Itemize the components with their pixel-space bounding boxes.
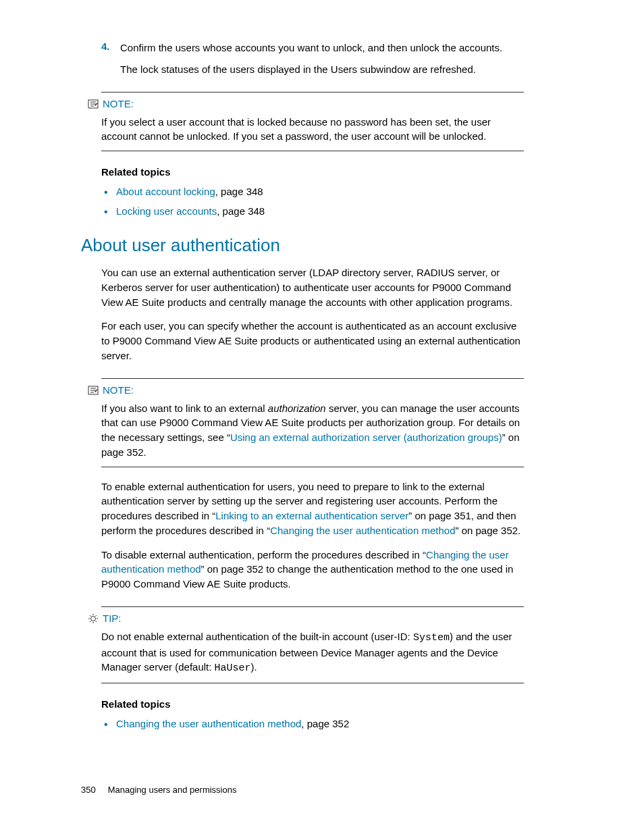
divider — [101, 683, 524, 683]
link-about-account-locking[interactable]: About account locking — [116, 186, 215, 197]
svg-line-16 — [96, 615, 97, 617]
section-heading-about-user-authentication: About user authentication — [81, 235, 524, 256]
footer-title: Managing users and permissions — [108, 785, 237, 795]
body-paragraph: To enable external authentication for us… — [101, 479, 524, 538]
note-label: NOTE: — [103, 98, 134, 109]
link-linking-external-auth-server[interactable]: Linking to an external authentication se… — [215, 510, 408, 521]
tip-block: TIP: — [88, 613, 524, 624]
related-topics-heading: Related topics — [101, 166, 524, 178]
mono-text: HaUser — [215, 662, 251, 674]
note-icon — [88, 99, 99, 109]
note-block: NOTE: — [88, 98, 524, 109]
link-changing-user-auth-method[interactable]: Changing the user authentication method — [270, 525, 455, 536]
svg-line-15 — [90, 621, 91, 622]
step-number: 4. — [101, 41, 120, 77]
body-paragraph: To disable external authentication, perf… — [101, 548, 524, 592]
step-main-text: Confirm the users whose accounts you wan… — [120, 41, 524, 55]
body-paragraph: You can use an external authentication s… — [101, 265, 524, 309]
svg-point-8 — [91, 616, 96, 621]
lightbulb-icon — [88, 613, 99, 624]
mono-text: System — [413, 632, 450, 644]
body-paragraph: For each user, you can specify whether t… — [101, 319, 524, 363]
related-topics-heading: Related topics — [101, 698, 524, 710]
note-body: If you also want to link to an external … — [101, 401, 524, 460]
note-block: NOTE: — [88, 384, 524, 396]
note-icon — [88, 386, 99, 395]
svg-line-13 — [90, 615, 91, 617]
tip-label: TIP: — [103, 613, 122, 624]
note-body: If you select a user account that is loc… — [101, 115, 524, 145]
tip-body: Do not enable external authentication of… — [101, 629, 524, 676]
link-suffix: , page 348 — [217, 205, 265, 217]
divider — [101, 92, 524, 93]
page-footer: 350 Managing users and permissions — [81, 785, 236, 795]
link-locking-user-accounts[interactable]: Locking user accounts — [116, 205, 217, 217]
italic-text: authorization — [268, 402, 326, 414]
related-topics-list: About account locking, page 348 Locking … — [101, 184, 524, 219]
list-item: About account locking, page 348 — [101, 184, 524, 200]
list-item: Changing the user authentication method,… — [101, 716, 524, 732]
step-4: 4. Confirm the users whose accounts you … — [101, 41, 524, 77]
step-sub-text: The lock statuses of the users displayed… — [120, 62, 524, 77]
list-item: Locking user accounts, page 348 — [101, 204, 524, 219]
divider — [101, 606, 524, 607]
divider — [101, 467, 524, 467]
page-number: 350 — [81, 785, 96, 795]
note-label: NOTE: — [103, 384, 134, 396]
divider — [101, 378, 524, 379]
step-text: Confirm the users whose accounts you wan… — [120, 41, 524, 77]
link-external-authorization-server[interactable]: Using an external authorization server (… — [230, 432, 502, 443]
svg-line-14 — [96, 621, 97, 622]
link-changing-user-auth-method[interactable]: Changing the user authentication method — [116, 718, 301, 729]
link-suffix: , page 352 — [301, 718, 349, 729]
related-topics-list: Changing the user authentication method,… — [101, 716, 524, 732]
divider — [101, 151, 524, 151]
link-suffix: , page 348 — [215, 186, 263, 197]
